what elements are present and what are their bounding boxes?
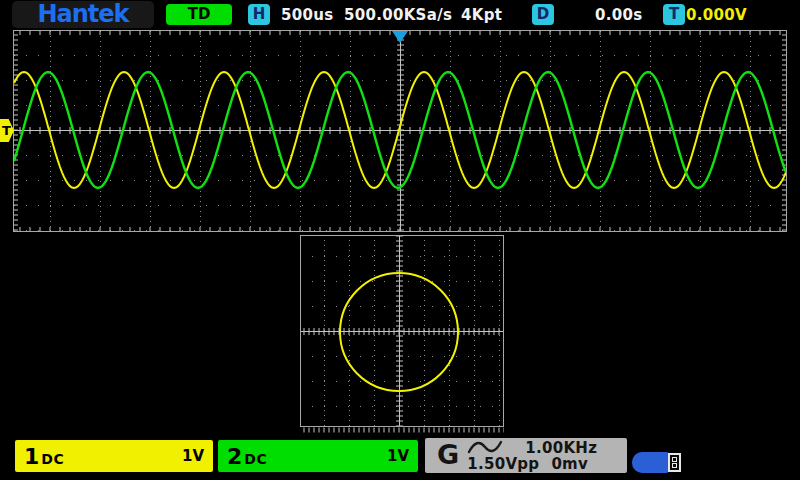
trigger-level-marker[interactable]: T (0, 119, 14, 142)
usb-device-icon (632, 452, 682, 473)
channel2-label: 2 DC (227, 444, 267, 469)
timebase-readout: 500us (281, 0, 333, 30)
channel1-status-box[interactable]: 1 DC 1V (15, 440, 213, 472)
generator-offset: 0mv (551, 455, 588, 473)
generator-amplitude: 1.50Vpp (467, 455, 539, 473)
sine-icon (467, 440, 503, 455)
channel1-label: 1 DC (24, 444, 64, 469)
horizontal-menu-badge[interactable]: H (248, 4, 270, 25)
channel1-number: 1 (24, 444, 39, 469)
generator-label: G (437, 439, 459, 470)
delay-badge[interactable]: D (532, 4, 554, 25)
top-status-bar: Hantek TD H 500us 500.00KSa/s 4Kpt D 0.0… (0, 0, 800, 30)
main-waveform-window (13, 30, 787, 232)
xy-lissajous-window (300, 235, 504, 433)
channel2-scale: 1V (387, 447, 409, 465)
trigger-menu-badge[interactable]: T (663, 4, 685, 25)
acquisition-mode-badge[interactable]: TD (166, 4, 232, 25)
channel1-coupling: DC (41, 451, 64, 467)
trigger-level-readout: 0.000V (686, 0, 747, 30)
channel2-coupling: DC (244, 451, 267, 467)
usb-plug-body (632, 452, 669, 473)
sample-rate-readout: 500.00KSa/s (344, 0, 452, 30)
brand-logo: Hantek (12, 1, 154, 28)
channel2-number: 2 (227, 444, 242, 469)
brand-logo-text: Hantek (37, 0, 128, 28)
horizontal-offset-readout: 0.00s (595, 0, 642, 30)
signal-generator-status-box[interactable]: G 1.00KHz 1.50Vpp 0mv (425, 438, 627, 473)
usb-pin-hole (672, 457, 677, 462)
channel1-scale: 1V (182, 447, 204, 465)
main-grid-canvas (14, 31, 786, 231)
channel2-status-box[interactable]: 2 DC 1V (218, 440, 418, 472)
memory-depth-readout: 4Kpt (461, 0, 502, 30)
generator-readouts: 1.00KHz 1.50Vpp 0mv (467, 440, 597, 472)
oscilloscope-screen: Hantek TD H 500us 500.00KSa/s 4Kpt D 0.0… (0, 0, 800, 480)
usb-pin-hole (672, 463, 677, 468)
usb-plug-connector (668, 453, 681, 472)
xy-grid-canvas (300, 235, 504, 433)
